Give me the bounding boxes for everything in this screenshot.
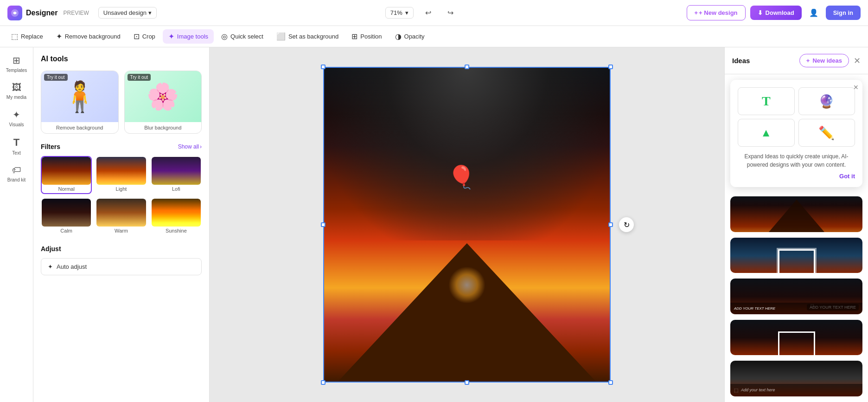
filter-normal-label: Normal bbox=[42, 185, 91, 193]
image-tools-icon: ✦ bbox=[168, 32, 174, 41]
close-ideas-panel-button[interactable]: ✕ bbox=[854, 56, 861, 66]
hot-air-balloon: 🎈 bbox=[447, 164, 475, 190]
handle-top-right[interactable] bbox=[608, 65, 613, 69]
idea-thumbnail-3[interactable]: ⬚ ADD YOUR TEXT HERE ADD YOUR TEXT HERE bbox=[730, 279, 862, 314]
blur-background-card[interactable]: Try it out 🌸 Blur background bbox=[124, 71, 202, 134]
filter-calm-label: Calm bbox=[42, 227, 91, 235]
image-tools-button[interactable]: ✦ Image tools bbox=[163, 29, 214, 44]
sidebar-item-templates[interactable]: ⊞ Templates bbox=[3, 51, 31, 77]
frame-box-4 bbox=[778, 331, 815, 356]
canvas-image[interactable]: 🎈 bbox=[323, 67, 611, 383]
filter-normal[interactable]: Normal bbox=[41, 156, 92, 194]
filter-calm[interactable]: Calm bbox=[41, 198, 92, 236]
sidebar-item-my-media[interactable]: 🖼 My media bbox=[3, 78, 31, 104]
add-text-icon-5: ⬚ bbox=[734, 388, 738, 393]
photo-frame bbox=[778, 249, 815, 273]
nav-actions: + + New design ⬇ Download 👤 Sign in bbox=[687, 5, 861, 20]
rotate-button[interactable]: ↻ bbox=[619, 217, 634, 232]
remove-bg-label: Remove background bbox=[41, 122, 118, 133]
filter-lofi[interactable]: Lofi bbox=[151, 156, 202, 194]
sun-glow bbox=[448, 266, 485, 304]
undo-button[interactable]: ↩ bbox=[421, 6, 436, 20]
handle-bottom-center[interactable] bbox=[465, 380, 469, 385]
popup-pencil-icon-box: ✏️ bbox=[798, 119, 855, 147]
new-ideas-button[interactable]: + New ideas bbox=[799, 54, 849, 67]
add-text-label-3: ADD YOUR TEXT HERE bbox=[734, 306, 859, 311]
design-name-button[interactable]: Unsaved design ▾ bbox=[98, 7, 157, 19]
handle-bottom-right[interactable] bbox=[608, 380, 613, 385]
text-t-icon: T bbox=[762, 94, 771, 109]
handle-top-left[interactable] bbox=[321, 65, 326, 69]
app-logo[interactable]: Designer PREVIEW bbox=[7, 6, 89, 20]
idea-thumbnail-2[interactable] bbox=[730, 238, 862, 273]
remove-background-card[interactable]: Try it out 🧍 Remove background bbox=[41, 71, 119, 134]
my-media-icon: 🖼 bbox=[12, 82, 21, 93]
pencil-icon: ✏️ bbox=[818, 125, 835, 141]
filter-warm[interactable]: Warm bbox=[96, 198, 147, 236]
app-name: Designer bbox=[26, 9, 57, 17]
remove-background-button[interactable]: ✦ Remove background bbox=[51, 29, 126, 44]
mountain-mini bbox=[769, 200, 824, 232]
filter-warm-preview bbox=[96, 199, 146, 227]
quick-select-button[interactable]: ◎ Quick select bbox=[216, 29, 269, 44]
plus-icon: + bbox=[695, 9, 698, 16]
handle-middle-left[interactable] bbox=[321, 222, 326, 227]
canvas-area[interactable]: 🎈 ↻ bbox=[210, 47, 724, 402]
set-as-background-button[interactable]: ⬜ Set as background bbox=[271, 29, 344, 44]
handle-bottom-left[interactable] bbox=[321, 380, 326, 385]
popup-triangle-icon-box: ▲ bbox=[738, 119, 795, 147]
idea-thumb-img-1 bbox=[730, 196, 862, 232]
filter-sunshine[interactable]: Sunshine bbox=[151, 198, 202, 236]
signin-button[interactable]: Sign in bbox=[826, 6, 861, 20]
chevron-down-icon: ▾ bbox=[148, 9, 152, 16]
filter-calm-preview bbox=[42, 199, 91, 227]
ai-panel-title: AI tools bbox=[41, 55, 202, 63]
opacity-icon: ◑ bbox=[395, 32, 402, 41]
auto-adjust-button[interactable]: ✦ Auto adjust bbox=[41, 258, 202, 275]
filter-light[interactable]: Light bbox=[96, 156, 147, 194]
sphere-icon: 🔮 bbox=[818, 94, 835, 109]
position-icon: ⊞ bbox=[351, 32, 357, 41]
set-bg-icon: ⬜ bbox=[276, 32, 286, 41]
opacity-button[interactable]: ◑ Opacity bbox=[389, 29, 430, 44]
share-icon: 👤 bbox=[809, 8, 818, 17]
sidebar-item-brand-kit[interactable]: 🏷 Brand kit bbox=[3, 161, 31, 186]
handle-top-center[interactable] bbox=[465, 65, 469, 69]
blur-bg-preview: Try it out 🌸 bbox=[125, 71, 202, 122]
position-button[interactable]: ⊞ Position bbox=[346, 29, 387, 44]
sidebar-item-visuals[interactable]: ✦ Visuals bbox=[3, 105, 31, 131]
download-button[interactable]: ⬇ Download bbox=[750, 6, 802, 20]
filter-light-preview bbox=[96, 157, 146, 185]
new-design-button[interactable]: + + New design bbox=[687, 5, 746, 20]
triangle-icon: ▲ bbox=[760, 126, 772, 139]
got-it-button[interactable]: Got it bbox=[738, 173, 855, 180]
download-icon: ⬇ bbox=[758, 9, 763, 16]
idea-thumbnail-1[interactable] bbox=[730, 196, 862, 232]
remove-bg-icon: ✦ bbox=[56, 32, 62, 41]
image-toolbar: ⬚ Replace ✦ Remove background ⊡ Crop ✦ I… bbox=[0, 26, 868, 47]
filters-header: Filters Show all › bbox=[41, 143, 202, 150]
add-text-label-5: Add your text here bbox=[741, 388, 775, 392]
zoom-control[interactable]: 71% ▾ bbox=[385, 7, 414, 19]
replace-icon: ⬚ bbox=[11, 32, 18, 41]
idea-thumbnail-4[interactable] bbox=[730, 320, 862, 356]
my-media-label: My media bbox=[6, 95, 26, 100]
redo-button[interactable]: ↪ bbox=[443, 6, 458, 20]
filter-sunshine-preview bbox=[152, 199, 201, 227]
sidebar-item-text[interactable]: T Text bbox=[3, 133, 31, 159]
mountain-silhouette bbox=[337, 243, 597, 383]
auto-adjust-icon: ✦ bbox=[48, 263, 53, 270]
share-button[interactable]: 👤 bbox=[806, 6, 821, 20]
nav-center: 71% ▾ ↩ ↪ bbox=[162, 6, 681, 20]
plus-icon: + bbox=[806, 57, 810, 64]
idea-thumbnail-5[interactable]: ⬚ Add your text here bbox=[730, 361, 862, 396]
show-all-button[interactable]: Show all › bbox=[178, 143, 202, 150]
left-sidebar: ⊞ Templates 🖼 My media ✦ Visuals T Text … bbox=[0, 47, 33, 402]
handle-middle-right[interactable] bbox=[608, 222, 613, 227]
person-silhouette: 🧍 bbox=[61, 79, 98, 114]
replace-button[interactable]: ⬚ Replace bbox=[6, 29, 49, 44]
popup-close-button[interactable]: ✕ bbox=[853, 84, 859, 91]
filter-lofi-label: Lofi bbox=[152, 185, 201, 193]
crop-button[interactable]: ⊡ Crop bbox=[128, 29, 161, 44]
quick-select-icon: ◎ bbox=[221, 32, 228, 41]
